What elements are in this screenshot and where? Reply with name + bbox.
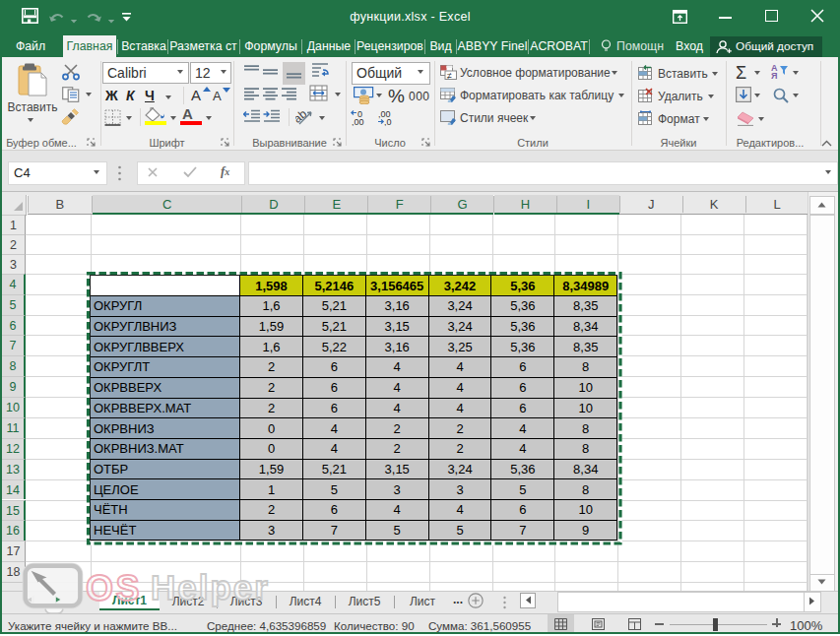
svg-text:,00: ,00 xyxy=(352,117,364,126)
svg-text:≠: ≠ xyxy=(447,71,452,81)
svg-text:Я: Я xyxy=(771,71,777,80)
svg-text:Helper: Helper xyxy=(151,568,270,606)
svg-text:,0: ,0 xyxy=(384,117,392,126)
svg-text:OS: OS xyxy=(86,568,142,608)
